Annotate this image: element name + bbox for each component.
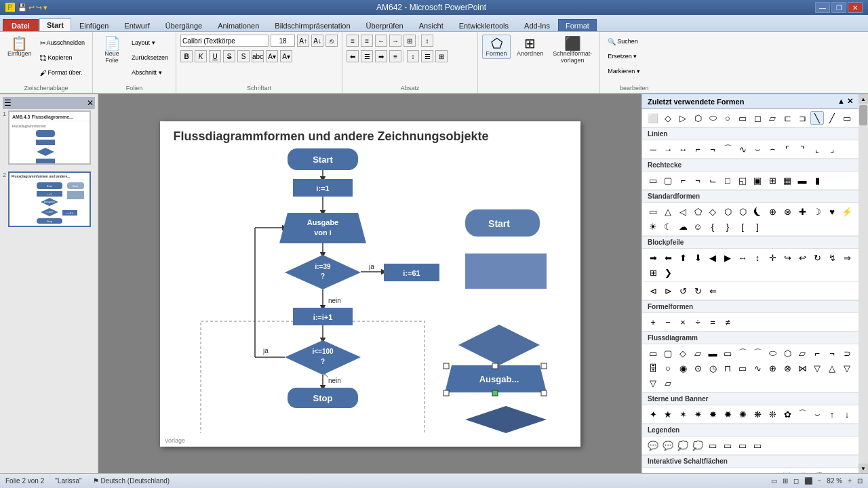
markieren-btn[interactable]: Markieren ▾	[604, 64, 644, 78]
bold-btn[interactable]: B	[180, 50, 193, 62]
ff-neq[interactable]: ≠	[721, 315, 734, 329]
bp-circular[interactable]: ↺	[676, 284, 690, 298]
tab-uebergaenge[interactable]: Übergänge	[158, 19, 210, 31]
align-center-btn[interactable]: ☰	[361, 50, 373, 62]
font-size-input[interactable]	[271, 35, 295, 47]
std-brace-r[interactable]: }	[721, 220, 734, 233]
std-heart[interactable]: ♥	[825, 205, 839, 218]
std-sun[interactable]: ☀	[646, 220, 660, 233]
vscroll-thumb[interactable]	[859, 105, 867, 125]
legend-line2[interactable]: ▭	[721, 439, 734, 452]
ff-div[interactable]: ÷	[691, 315, 705, 329]
fd-display[interactable]: ◷	[706, 361, 719, 375]
std-bracket-l[interactable]: [	[736, 220, 749, 233]
star-8[interactable]: ✸	[706, 407, 719, 421]
tab-format[interactable]: Format	[558, 19, 597, 31]
line-elbow2[interactable]: ¬	[706, 142, 719, 156]
fd-online-storage[interactable]: ▱	[661, 376, 675, 390]
banner-wave2[interactable]: ⌣	[810, 407, 824, 421]
shape-rect2[interactable]: ▭	[840, 111, 854, 125]
schnellformat-btn[interactable]: ⬛ Schnellformat-vorlagen	[549, 35, 595, 66]
panel-close[interactable]: ✕	[847, 97, 853, 106]
columns-btn[interactable]: ⊞	[403, 35, 416, 47]
vscroll-up-btn[interactable]: ▲	[859, 94, 868, 104]
rect-plain[interactable]: ▭	[646, 174, 660, 187]
fd-document[interactable]: ⌒	[736, 346, 749, 360]
bp-curved-l[interactable]: ↩	[795, 251, 809, 264]
rect-cross[interactable]: ▦	[781, 174, 794, 187]
fd-summing[interactable]: ⊕	[766, 361, 779, 375]
ib-sound[interactable]: 🔊	[795, 470, 809, 473]
star-32[interactable]: ✿	[781, 407, 794, 421]
einfuegen-btn[interactable]: 📋 Einfügen	[4, 35, 35, 59]
fd-manual[interactable]: ▱	[795, 346, 809, 360]
shape-bracket-l[interactable]: ⊏	[781, 111, 794, 125]
fd-direct-access[interactable]: ○	[661, 361, 675, 375]
ff-minus[interactable]: −	[661, 315, 675, 329]
close-btn[interactable]: ✕	[848, 2, 863, 13]
line-scribble[interactable]: ⌢	[766, 142, 779, 156]
std-diamond[interactable]: ◇	[706, 205, 719, 218]
banner-wave1[interactable]: ⌒	[795, 407, 809, 421]
tab-datei[interactable]: Datei	[3, 19, 39, 31]
ersetzen-btn[interactable]: Ersetzen ▾	[604, 49, 640, 63]
bp-updown[interactable]: ↕	[751, 251, 764, 264]
bp-down[interactable]: ⬇	[691, 251, 705, 264]
text-direction-btn[interactable]: ↕	[407, 50, 419, 62]
rect-snip4[interactable]: □	[721, 174, 734, 187]
font-size-decrease-btn[interactable]: A↓	[311, 35, 323, 47]
ff-plus[interactable]: +	[646, 315, 660, 329]
abschnitt-btn[interactable]: Abschnitt ▾	[128, 66, 172, 79]
line-curved2[interactable]: ∿	[736, 142, 749, 156]
line-curved[interactable]: ⌒	[721, 142, 734, 156]
bp-circular2[interactable]: ↻	[691, 284, 705, 298]
shape-square[interactable]: ◻	[751, 111, 764, 125]
fd-alt-process[interactable]: ▢	[661, 346, 675, 360]
tab-animationen[interactable]: Animationen	[210, 19, 267, 31]
fd-loop-limit[interactable]: ⌐	[810, 346, 824, 360]
quick-save-btn[interactable]: 💾	[18, 3, 27, 12]
maximize-btn[interactable]: ❐	[831, 2, 846, 13]
strikeout2-btn[interactable]: abc	[252, 50, 264, 62]
ib-home[interactable]: ▶	[661, 470, 675, 473]
std-hex[interactable]: ⬡	[721, 205, 734, 218]
formen-btn[interactable]: ⬠ Formen	[482, 35, 511, 59]
panel-scroll-up[interactable]: ▲	[837, 97, 845, 106]
ib-forward[interactable]: ▶	[721, 470, 734, 473]
ib-beginning[interactable]: ⏮	[736, 470, 749, 473]
std-decagon[interactable]: ⏾	[751, 205, 764, 218]
fd-sequential[interactable]: ◉	[676, 361, 690, 375]
convert-smartart-btn[interactable]: ⊞	[435, 50, 448, 62]
std-cylinder[interactable]: ▭	[646, 205, 660, 218]
fd-multidoc[interactable]: ⌒	[751, 346, 764, 360]
ib-end[interactable]: ⏭	[751, 470, 764, 473]
rect-snip2[interactable]: ¬	[691, 174, 705, 187]
std-triangle[interactable]: △	[661, 205, 675, 218]
ib-custom[interactable]: ▭	[646, 470, 660, 473]
shape-oval[interactable]: ⬜	[646, 111, 660, 125]
align-right-btn[interactable]: ➡	[375, 50, 387, 62]
fd-or[interactable]: ⊗	[781, 361, 794, 375]
std-crescent[interactable]: ☽	[810, 205, 824, 218]
slides-panel-close[interactable]: ✕	[87, 98, 94, 108]
tab-entwurf[interactable]: Entwurf	[117, 19, 157, 31]
std-donut[interactable]: ⊕	[766, 205, 779, 218]
fd-punched-tape[interactable]: ∿	[751, 361, 764, 375]
spell-check-icon[interactable]: ⚑	[93, 477, 99, 485]
fd-card[interactable]: ▭	[736, 361, 749, 375]
kopieren-btn[interactable]: ⿻ Kopieren	[37, 51, 89, 64]
bp-notched[interactable]: ⊲	[646, 284, 660, 298]
tab-start[interactable]: Start	[39, 18, 71, 31]
ib-info[interactable]: ℹ	[691, 470, 705, 473]
ff-eq[interactable]: =	[706, 315, 719, 329]
std-moon[interactable]: ☾	[661, 220, 675, 233]
shape-hex[interactable]: ⬡	[691, 111, 705, 125]
star-12[interactable]: ✺	[736, 407, 749, 421]
shape-rect[interactable]: ▭	[736, 111, 749, 125]
fd-sort[interactable]: ▽	[810, 361, 824, 375]
std-pentagon[interactable]: ⬠	[691, 205, 705, 218]
shape-line-diag1[interactable]: ╲	[810, 111, 824, 125]
shape-bracket-r[interactable]: ⊐	[795, 111, 809, 125]
vscroll-down-btn[interactable]: ▼	[859, 464, 868, 473]
line-spacing-btn[interactable]: ↕	[421, 35, 433, 47]
